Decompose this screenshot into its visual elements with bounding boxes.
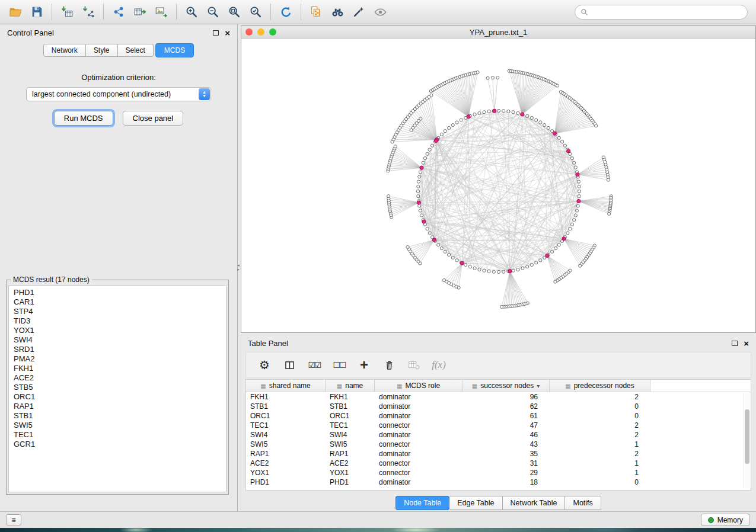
column-grid-icon: ▦ [397,383,402,389]
column-header-MCDS-role[interactable]: ▦MCDS role [375,380,462,392]
mcds-result-item[interactable]: SWI5 [14,421,221,430]
close-panel-button[interactable]: Close panel [123,111,184,126]
function-builder-button: f(x) [429,355,449,375]
float-panel-icon[interactable] [213,30,219,36]
column-header-name[interactable]: ▦name [326,380,375,392]
columns-icon [283,359,296,371]
window-minimize-traffic-light[interactable] [257,28,264,36]
table-row[interactable]: SWI5SWI5connector431 [246,440,751,449]
panel-resize-grip[interactable]: ◂ ▸ [236,263,241,271]
table-row[interactable]: PHD1PHD1dominator180 [246,477,751,487]
network-from-selection-button[interactable] [305,2,327,21]
mcds-result-item[interactable]: FKH1 [14,364,221,373]
import-table-button[interactable] [56,2,78,21]
mcds-result-item[interactable]: STB1 [14,411,221,421]
table-cell: 2 [550,421,650,430]
task-history-button[interactable]: ≡ [6,514,21,525]
mcds-result-item[interactable]: STP4 [14,307,221,316]
zoom-fit-button[interactable] [224,2,245,21]
control-tab-select[interactable]: Select [118,44,154,57]
optimization-criterion-dropdown[interactable]: largest connected component (undirected)… [26,87,211,101]
find-button[interactable] [327,2,348,21]
float-table-panel-icon[interactable] [732,341,738,346]
mcds-result-item[interactable]: SWI4 [14,335,221,345]
mcds-result-list[interactable]: PHD1CAR1STP4TID3YOX1SWI4SRD1PMA2FKH1ACE2… [8,286,227,492]
export-network-button[interactable] [108,2,129,21]
table-cell: 0 [550,477,650,487]
table-tab-edge-table[interactable]: Edge Table [449,496,502,510]
table-settings-button[interactable]: ⚙ [254,355,275,375]
mcds-result-item[interactable]: GCR1 [14,440,221,449]
table-cell: 2 [550,430,650,440]
mcds-result-item[interactable]: ORC1 [14,392,221,402]
export-image-button[interactable] [151,2,172,21]
save-session-button[interactable] [26,2,47,21]
column-header-successor-nodes[interactable]: ▦successor nodes▾ [462,380,550,392]
mcds-result-item[interactable]: ACE2 [14,373,221,383]
mcds-result-item[interactable]: PMA2 [14,354,221,364]
mcds-result-item[interactable]: TEC1 [14,430,221,440]
show-graphics-button[interactable] [369,2,391,21]
grip-right-arrow-icon: ▸ [237,267,240,271]
control-tab-mcds[interactable]: MCDS [155,43,194,57]
refresh-layout-button[interactable] [275,2,296,21]
column-grid-icon: ▦ [337,383,342,389]
select-all-rows-button[interactable]: ☑☑ [304,355,324,375]
table-row[interactable]: SWI4SWI4dominator462 [246,430,751,440]
table-row[interactable]: FKH1FKH1dominator962 [246,392,751,402]
table-scrollbar[interactable] [744,393,750,489]
table-cell: PHD1 [326,477,375,487]
table-panel-tabs: Node TableEdge TableNetwork TableMotifs [241,496,756,510]
window-zoom-traffic-light[interactable] [269,28,276,36]
mcds-result-item[interactable]: RAP1 [14,402,221,411]
mcds-result-item[interactable]: CAR1 [14,297,221,307]
save-floppy-icon [30,5,43,18]
table-row[interactable]: STB1STB1dominator620 [246,402,751,411]
table-row[interactable]: ORC1ORC1dominator610 [246,411,751,421]
add-column-button[interactable]: + [354,355,374,375]
table-tab-motifs[interactable]: Motifs [565,496,601,510]
table-row[interactable]: RAP1RAP1dominator352 [246,449,751,459]
mcds-result-item[interactable]: PHD1 [14,288,221,297]
mcds-result-item[interactable]: TID3 [14,316,221,326]
window-close-traffic-light[interactable] [245,28,253,36]
network-window-title: YPA_prune.txt_1 [241,28,755,37]
open-folder-icon [9,5,23,19]
mcds-result-item[interactable]: SRD1 [14,345,221,354]
search-input[interactable] [592,8,742,16]
table-tab-network-table[interactable]: Network Table [503,496,566,510]
close-table-panel-icon[interactable]: × [744,339,749,348]
table-cell: YOX1 [246,468,326,477]
table-cell: 47 [462,421,550,430]
zoom-out-button[interactable] [202,2,224,21]
mcds-result-item[interactable]: YOX1 [14,326,221,335]
table-tab-node-table[interactable]: Node Table [395,496,449,510]
control-tab-network[interactable]: Network [43,44,86,57]
delete-column-button[interactable] [379,355,399,375]
network-view-window: YPA_prune.txt_1 [241,25,756,333]
table-cell: SWI5 [326,440,375,449]
network-canvas[interactable] [241,39,755,332]
close-panel-icon[interactable]: × [225,28,230,37]
zoom-selected-button[interactable] [245,2,266,21]
table-cell: 35 [462,449,550,459]
zoom-in-button[interactable] [181,2,202,21]
export-table-button[interactable] [129,2,151,21]
control-tab-style[interactable]: Style [86,44,118,57]
wand-button[interactable] [348,2,369,21]
run-mcds-button[interactable]: Run MCDS [54,111,113,126]
column-header-shared-name[interactable]: ▦shared name [246,380,326,392]
table-row[interactable]: ACE2ACE2connector311 [246,459,751,468]
mcds-result-item[interactable]: STB5 [14,383,221,392]
deselect-all-rows-button[interactable]: ☐☐ [329,355,349,375]
table-cell: 62 [462,402,550,411]
table-row[interactable]: TEC1TEC1connector472 [246,421,751,430]
network-window-titlebar[interactable]: YPA_prune.txt_1 [241,26,755,39]
table-row[interactable]: YOX1YOX1connector291 [246,468,751,477]
memory-button[interactable]: Memory [701,514,750,526]
toggle-columns-button[interactable] [279,355,299,375]
column-header-predecessor-nodes[interactable]: ▦predecessor nodes [550,380,650,392]
table-scrollbar-thumb[interactable] [745,409,749,464]
open-session-button[interactable] [5,2,26,21]
import-network-button[interactable] [78,2,99,21]
